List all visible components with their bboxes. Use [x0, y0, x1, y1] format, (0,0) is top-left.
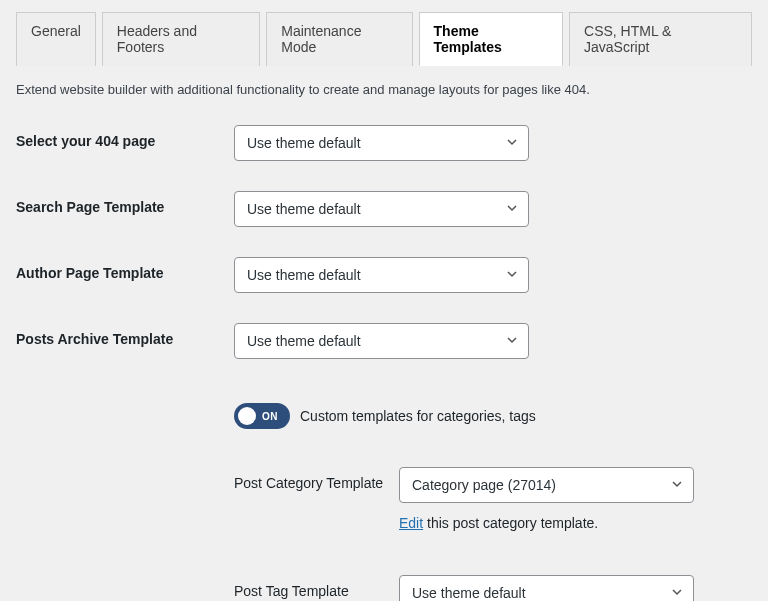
chevron-down-icon [506, 267, 518, 283]
chevron-down-icon [506, 201, 518, 217]
select-search-value: Use theme default [247, 201, 361, 217]
edit-category-template-link[interactable]: Edit [399, 515, 423, 531]
page-description: Extend website builder with additional f… [16, 82, 752, 97]
label-404-page: Select your 404 page [16, 125, 234, 149]
label-post-category-template: Post Category Template [234, 467, 399, 491]
tab-maintenance[interactable]: Maintenance Mode [266, 12, 412, 66]
select-category-value: Category page (27014) [412, 477, 556, 493]
select-posts-archive[interactable]: Use theme default [234, 323, 529, 359]
select-search-template[interactable]: Use theme default [234, 191, 529, 227]
select-404-page[interactable]: Use theme default [234, 125, 529, 161]
chevron-down-icon [506, 333, 518, 349]
tab-general[interactable]: General [16, 12, 96, 66]
label-author-template: Author Page Template [16, 257, 234, 281]
select-tag-value: Use theme default [412, 585, 526, 601]
toggle-knob [238, 407, 256, 425]
label-posts-archive: Posts Archive Template [16, 323, 234, 347]
toggle-state-label: ON [262, 411, 278, 422]
select-author-value: Use theme default [247, 267, 361, 283]
tab-css-html-js[interactable]: CSS, HTML & JavaScript [569, 12, 752, 66]
select-posts-archive-value: Use theme default [247, 333, 361, 349]
chevron-down-icon [671, 585, 683, 601]
settings-tabs: General Headers and Footers Maintenance … [16, 12, 752, 66]
hint-rest: this post category template. [423, 515, 598, 531]
toggle-text: Custom templates for categories, tags [300, 408, 536, 424]
select-author-template[interactable]: Use theme default [234, 257, 529, 293]
tab-headers-footers[interactable]: Headers and Footers [102, 12, 260, 66]
tab-theme-templates[interactable]: Theme Templates [419, 12, 563, 66]
category-template-hint: Edit this post category template. [399, 515, 694, 531]
chevron-down-icon [671, 477, 683, 493]
label-post-tag-template: Post Tag Template [234, 575, 399, 599]
select-404-page-value: Use theme default [247, 135, 361, 151]
select-post-category-template[interactable]: Category page (27014) [399, 467, 694, 503]
chevron-down-icon [506, 135, 518, 151]
label-search-template: Search Page Template [16, 191, 234, 215]
toggle-custom-templates[interactable]: ON [234, 403, 290, 429]
select-post-tag-template[interactable]: Use theme default [399, 575, 694, 601]
